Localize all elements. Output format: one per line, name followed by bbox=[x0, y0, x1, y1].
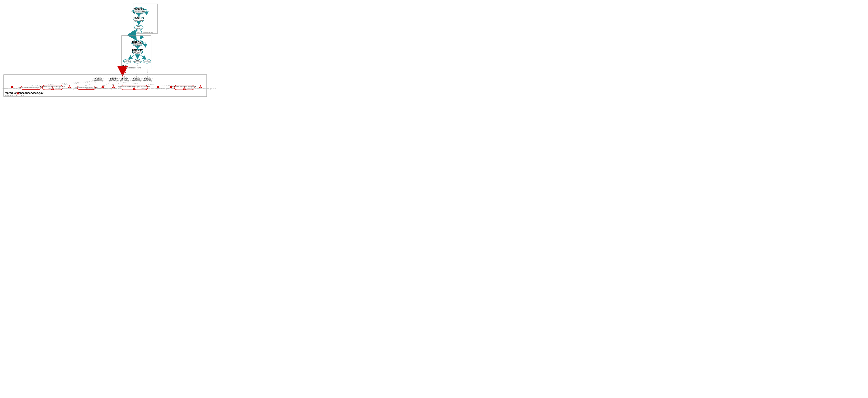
root-zsk-bits: 2048 bits bbox=[136, 21, 142, 22]
domain-dnskey-3-type: DNSKEY bbox=[132, 78, 140, 80]
faded-rrset-ns: reproductivehealthservices.gov/NS bbox=[185, 87, 216, 90]
gov-ds3-node: DS digest alg=2 bbox=[143, 59, 151, 63]
zone-root: DNSKEY alg=8, id=20326 2048 bits DNSKEY … bbox=[131, 4, 158, 33]
gov-ds1-detail: digest alg=2 bbox=[124, 61, 131, 62]
domain-dnskey-1-detail: alg=8, id=60288 bbox=[109, 80, 119, 81]
rrset-txt-label: reproductivehealthservices.gov/TXT bbox=[19, 87, 43, 88]
domain-dnskey-0-type: DNSKEY bbox=[94, 78, 102, 80]
gov-ds2-detail: digest alg=2 bbox=[134, 61, 141, 62]
root-ds-node: DS digest alg=2 bbox=[134, 25, 143, 30]
root-zsk-node: DNSKEY alg=8, id=951 2048 bits bbox=[133, 17, 144, 22]
domain-dnskey-4: DNSKEY alg=8, id=14686 bbox=[142, 78, 153, 82]
rrset-txt-bogus: reproductivehealthservices.gov/TXT bbox=[19, 86, 43, 89]
gov-ds1-node: DS digest alg=2 bbox=[123, 59, 131, 63]
gov-ds2-node: DS digest alg=2 bbox=[134, 59, 142, 63]
domain-dnskey-1-type: DNSKEY bbox=[110, 78, 118, 80]
domain-dnskey-1: DNSKEY alg=8, id=60288 bbox=[108, 78, 120, 82]
domain-dnskey-2-type: DNSKEY bbox=[121, 78, 128, 80]
domain-zone-title: reproductivehealthservices.gov bbox=[5, 92, 43, 94]
gov-zone-title: gov bbox=[122, 64, 126, 67]
domain-dnskey-3-detail: alg=8, id=55804 bbox=[132, 80, 141, 81]
gov-ksk-node: DNSKEY alg=8, id=7698 2048 bits bbox=[132, 40, 144, 47]
domain-dnskey-2-detail: alg=8, id=30226 bbox=[120, 80, 129, 81]
root-ds-detail: digest alg=2 bbox=[135, 28, 142, 29]
zone-domain: DNSKEY alg=8, id=15843 DNSKEY alg=8, id=… bbox=[3, 75, 216, 96]
domain-dnskey-3: DNSKEY alg=8, id=55804 bbox=[130, 78, 142, 82]
domain-dnskey-0-detail: alg=8, id=15843 bbox=[94, 80, 103, 81]
domain-dnskey-4-detail: alg=8, id=14686 bbox=[143, 80, 152, 81]
zone-gov: DNSKEY alg=8, id=7698 2048 bits DNSKEY a… bbox=[122, 35, 151, 69]
dnssec-diagram: ! DNSKEY alg=8, id=20326 2048 bits DNSKE… bbox=[3, 3, 436, 202]
domain-zone-ts: (2023-03-22 12:38:11 UTC) bbox=[5, 95, 24, 96]
root-ksk-bits: 2048 bits bbox=[136, 12, 142, 14]
gov-zone-ts: (2023-03-22 10:26:04 UTC) bbox=[122, 67, 142, 69]
domain-dnskey-0: DNSKEY alg=8, id=15843 bbox=[92, 78, 104, 82]
gov-zsk-node: DNSKEY alg=8, id=24250 1280 bits bbox=[132, 49, 143, 55]
domain-dnskey-2: DNSKEY alg=8, id=30226 bbox=[119, 78, 131, 82]
gov-ds3-detail: digest alg=2 bbox=[144, 61, 150, 62]
root-ksk-node: DNSKEY alg=8, id=20326 2048 bits bbox=[131, 7, 146, 15]
domain-dnskey-4-type: DNSKEY bbox=[144, 78, 151, 80]
gov-ksk-bits: 2048 bits bbox=[135, 44, 140, 46]
root-zone-ts: (2023-03-22 09:28:50 UTC) bbox=[134, 32, 153, 33]
root-zsk-type: DNSKEY bbox=[133, 17, 144, 20]
